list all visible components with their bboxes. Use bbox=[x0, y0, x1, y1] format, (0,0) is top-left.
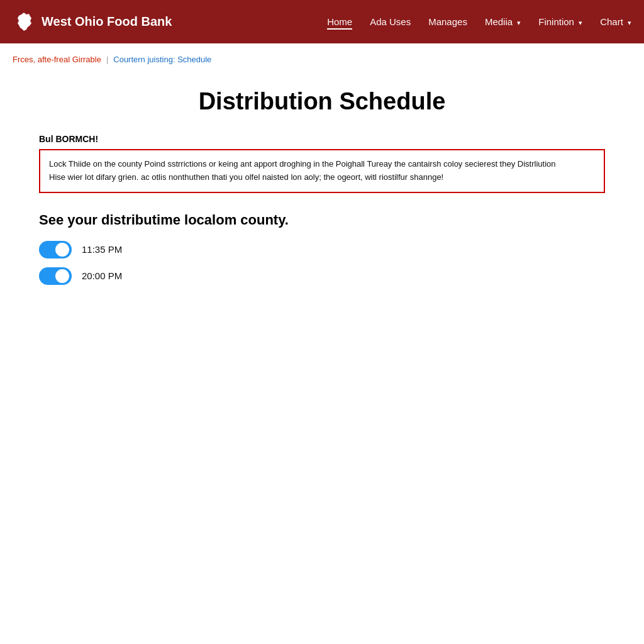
notice-label: Bul BORMCH! bbox=[39, 134, 605, 144]
toggle-time-1: 11:35 PM bbox=[82, 244, 122, 255]
breadcrumb-separator: | bbox=[106, 55, 108, 64]
finintion-dropdown-arrow: ▾ bbox=[579, 19, 582, 26]
page-title: Distribution Schedule bbox=[39, 88, 605, 115]
nav-link-home[interactable]: Home bbox=[327, 16, 352, 30]
nav-link-mediia[interactable]: Mediia ▾ bbox=[485, 16, 521, 27]
brand: West Ohio Food Bank bbox=[13, 11, 172, 33]
nav-item-chart[interactable]: Chart ▾ bbox=[600, 16, 631, 28]
toggle-slider-2 bbox=[39, 267, 72, 285]
navbar: West Ohio Food Bank Home Ada Uses Manage… bbox=[0, 0, 644, 43]
toggle-row-1: 11:35 PM bbox=[39, 241, 605, 258]
brand-name: West Ohio Food Bank bbox=[42, 14, 172, 29]
nav-item-mediia[interactable]: Mediia ▾ bbox=[485, 16, 521, 28]
breadcrumb-link-1[interactable]: Frces, afte-freal Girrable bbox=[13, 55, 101, 64]
breadcrumb: Frces, afte-freal Girrable | Courtern ju… bbox=[0, 43, 644, 69]
toggle-slider-1 bbox=[39, 241, 72, 258]
nav-link-manages[interactable]: Manages bbox=[428, 16, 467, 27]
toggle-2[interactable] bbox=[39, 267, 72, 285]
notice-box: Lock Thiide on the county Poind sstrrict… bbox=[39, 149, 605, 193]
nav-link-chart[interactable]: Chart ▾ bbox=[600, 16, 631, 27]
section-subtitle: See your distributime localom county. bbox=[39, 212, 605, 228]
mediia-dropdown-arrow: ▾ bbox=[517, 19, 521, 26]
toggle-time-2: 20:00 PM bbox=[82, 270, 122, 281]
chart-dropdown-arrow: ▾ bbox=[628, 19, 631, 26]
toggle-row-2: 20:00 PM bbox=[39, 267, 605, 285]
toggle-1[interactable] bbox=[39, 241, 72, 258]
breadcrumb-link-2[interactable]: Courtern juisting: Schedule bbox=[113, 55, 211, 64]
ohio-icon bbox=[13, 11, 35, 33]
nav-item-finintion[interactable]: Finintion ▾ bbox=[538, 16, 582, 28]
notice-text-line1: Lock Thiide on the county Poind sstrrict… bbox=[49, 159, 555, 169]
nav-item-manages[interactable]: Manages bbox=[428, 16, 467, 28]
nav-link-ada[interactable]: Ada Uses bbox=[370, 16, 411, 27]
notice-text-line2: Hise wier lot difary grien. ac otlis non… bbox=[49, 172, 443, 182]
main-content: Distribution Schedule Bul BORMCH! Lock T… bbox=[20, 69, 624, 306]
nav-item-home[interactable]: Home bbox=[327, 16, 352, 28]
nav-list: Home Ada Uses Manages Mediia ▾ Finintion… bbox=[327, 16, 631, 28]
nav-link-finintion[interactable]: Finintion ▾ bbox=[538, 16, 582, 27]
nav-item-ada[interactable]: Ada Uses bbox=[370, 16, 411, 28]
